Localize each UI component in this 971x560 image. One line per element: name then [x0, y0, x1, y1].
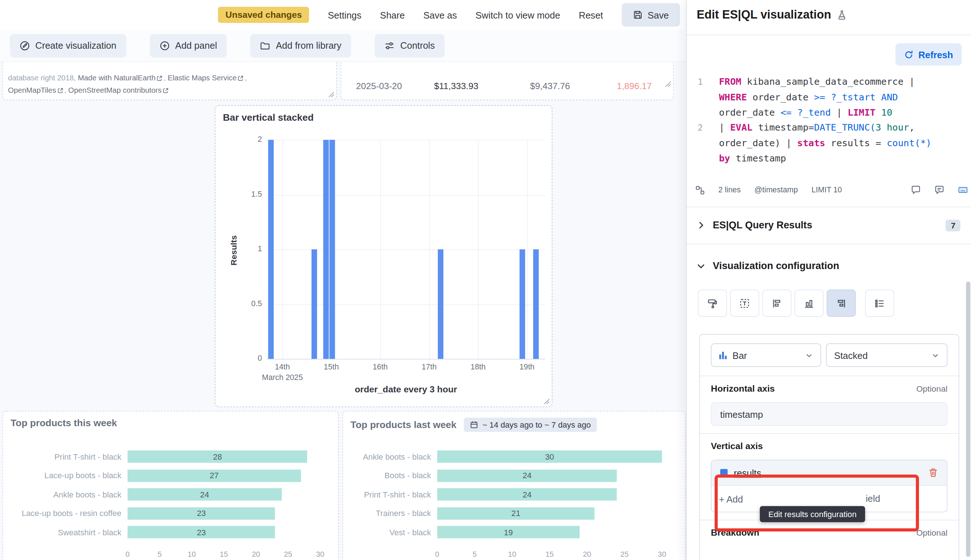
editor-footer: 2 lines @timestamp LIMIT 10 [695, 181, 968, 199]
attribution-link[interactable]: Elastic Maps Service [168, 73, 237, 82]
chevron-down-icon [697, 262, 705, 270]
resize-handle[interactable] [328, 92, 334, 98]
calendar-icon [470, 421, 478, 429]
chevron-down-icon [931, 351, 939, 359]
results-dimension-link[interactable]: results [734, 467, 761, 478]
axis-titles-button[interactable] [730, 290, 759, 317]
map-panel: database right 2018, Made with NaturalEa… [3, 62, 337, 100]
unsaved-changes-badge: Unsaved changes [218, 7, 309, 23]
bar-row: Lace-up boots - resin coffee23 [3, 504, 338, 523]
bar-chart-plot: 00.511.5214thMarch 202515th16th17th18th1… [267, 140, 545, 359]
horizontal-bar-chart: Ankle boots - black30Boots - black24Prin… [343, 447, 685, 560]
add-panel-button[interactable]: Add panel [150, 34, 227, 57]
esql-query-results-accordion[interactable]: ES|QL Query Results 7 [687, 207, 971, 243]
chart-mode-select[interactable]: Stacked [826, 343, 948, 367]
esql-code-editor[interactable]: 1FROM kibana_sample_data_ecommerce |WHER… [687, 74, 964, 166]
bar-row: Trainers - black21 [343, 504, 685, 523]
divider [687, 35, 971, 35]
bottom-axis-button[interactable] [794, 290, 824, 317]
menu-item-settings[interactable]: Settings [328, 10, 361, 20]
save-button[interactable]: Save [622, 3, 680, 27]
editor-line-count: 2 lines [719, 185, 740, 194]
accordion-label: Visualization configuration [713, 260, 839, 272]
comment-icon[interactable] [911, 185, 921, 195]
bar: 23 [128, 507, 276, 520]
plus-circle-icon [160, 40, 170, 50]
menu-item-share[interactable]: Share [380, 10, 405, 20]
flask-icon [837, 10, 847, 20]
menu-item-switch-to-view-mode[interactable]: Switch to view mode [476, 10, 560, 20]
x-axis-title: order_date every 3 hour [267, 384, 545, 394]
edit-esql-visualization-flyout: Edit ES|QL visualization Refresh 1FROM k… [686, 0, 971, 560]
horizontal-axis-label: Horizontal axis [711, 383, 774, 393]
bar: 24 [128, 488, 282, 501]
series-color-swatch [720, 469, 727, 477]
bar: 19 [437, 526, 579, 538]
visual-options-button[interactable] [698, 290, 727, 317]
panel-title: Bar vertical stacked [223, 112, 314, 123]
optional-label: Optional [916, 384, 948, 393]
add-field-label-fragment: ield [866, 493, 881, 503]
bar: 28 [128, 450, 308, 463]
feedback-icon[interactable] [934, 185, 944, 195]
top-products-this-week-panel: Top products this week Print T-shirt - b… [3, 411, 339, 560]
time-range-badge[interactable]: ~ 14 days ago to ~ 7 days ago [464, 418, 597, 432]
external-link-icon [163, 88, 169, 93]
add-from-library-button[interactable]: Add from library [251, 34, 351, 57]
attribution-link[interactable]: OpenMapTiles [8, 86, 56, 95]
results-dimension-row[interactable]: results [712, 460, 947, 486]
table-panel: 2025-03-20 $11,333.93 $9,437.76 1,896.17 [341, 62, 674, 100]
external-link-icon [157, 76, 162, 81]
vertical-axis-label: Vertical axis [711, 441, 763, 451]
edit-results-tooltip: Edit results configuration [760, 506, 865, 522]
vertical-axis-dimension-list: results + Add ield [711, 460, 948, 512]
panel-title: Top products last week [351, 419, 456, 430]
bar-segment [329, 140, 335, 359]
bar: 24 [437, 470, 617, 482]
bar-segment [533, 250, 539, 359]
bar-vertical-stacked-panel[interactable]: Bar vertical stacked Results 00.511.5214… [215, 105, 552, 407]
panel-title: Top products this week [10, 418, 117, 429]
bar: 21 [437, 507, 594, 520]
right-axis-button-selected[interactable] [827, 290, 856, 317]
flyout-title: Edit ES|QL visualization [697, 8, 847, 22]
flyout-scrollbar[interactable] [966, 282, 970, 557]
attribution-link[interactable]: OpenStreetMap contributors [69, 86, 162, 95]
menu-item-reset[interactable]: Reset [579, 10, 603, 20]
lens-icon [20, 40, 30, 50]
create-visualization-button[interactable]: Create visualization [10, 34, 126, 57]
visualization-configuration-accordion[interactable]: Visualization configuration [687, 249, 971, 283]
bar: 27 [128, 470, 301, 482]
controls-sliders-icon [385, 40, 394, 50]
trash-icon[interactable] [928, 468, 938, 477]
resize-handle[interactable] [665, 81, 671, 98]
controls-button[interactable]: Controls [375, 34, 445, 57]
accordion-label: ES|QL Query Results [713, 220, 812, 231]
left-axis-button[interactable] [762, 290, 792, 317]
menu-item-save-as[interactable]: Save as [423, 10, 457, 20]
query-pipeline-icon [695, 185, 705, 195]
bar-segment [520, 250, 525, 359]
chart-type-select[interactable]: Bar [711, 343, 821, 367]
bar-row: Lace-up boots - black27 [3, 466, 338, 485]
refresh-button[interactable]: Refresh [896, 43, 962, 65]
table-cell-value: $11,333.93 [434, 81, 479, 91]
attribution-link[interactable]: Made with NaturalEarth [78, 73, 155, 82]
bar-row: Vest - black19 [343, 523, 685, 542]
bar: 30 [437, 450, 662, 463]
dashboard-edit-toolbar: Create visualization Add panel Add from … [0, 30, 686, 62]
bar-row: Ankle boots - black30 [343, 447, 685, 466]
legend-button[interactable] [865, 290, 894, 317]
horizontal-axis-field[interactable]: timestamp [711, 402, 948, 426]
config-tab-buttons [698, 290, 894, 317]
external-link-icon [57, 88, 63, 93]
bar-row: Print T-shirt - black28 [3, 447, 338, 466]
horizontal-bar-chart: Print T-shirt - black28Lace-up boots - b… [3, 447, 338, 560]
resize-handle[interactable] [544, 398, 550, 405]
dashboard-main-area: Unsaved changes Settings Share Save as S… [0, 0, 686, 560]
keyboard-shortcuts-icon[interactable] [958, 185, 968, 195]
save-icon [633, 10, 643, 20]
folder-icon [260, 40, 270, 50]
bar-row: Sweatshirt - black23 [3, 523, 338, 542]
bar-row: Boots - black24 [343, 466, 685, 485]
